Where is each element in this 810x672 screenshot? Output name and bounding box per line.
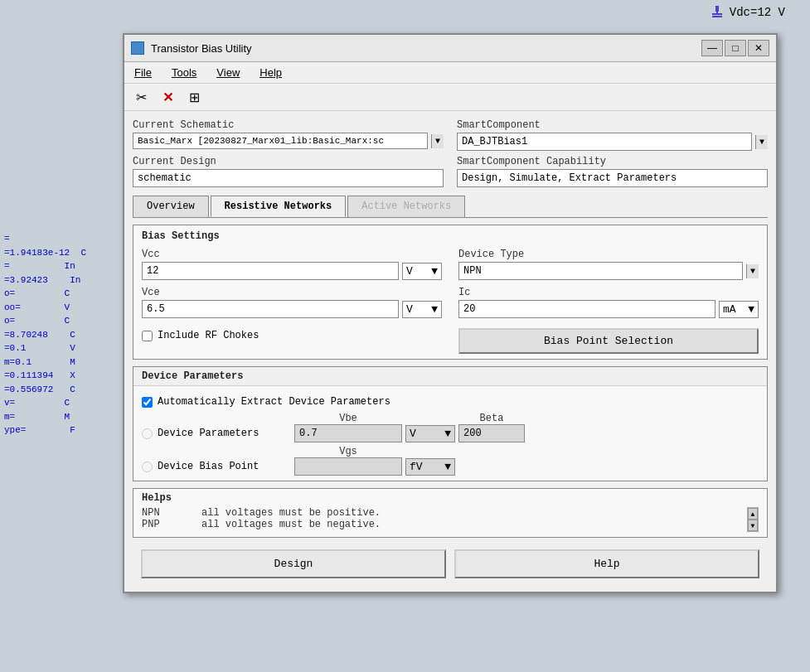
beta-col-label: Beta [458,413,525,424]
device-params-radio-row: Device Parameters V ▼ [142,424,759,442]
ic-unit-text: mA [723,303,736,316]
ic-field: Ic mA ▼ [458,287,759,318]
rf-chokes-checkbox[interactable] [142,331,153,341]
ic-unit-arrow[interactable]: ▼ [748,303,754,316]
tab-overview[interactable]: Overview [133,196,209,217]
vcc-unit-text: V [406,265,413,278]
tab-bar: Overview Resistive Networks Active Netwo… [133,196,768,218]
device-type-input-row: ▼ [458,262,759,280]
current-design-input[interactable] [133,169,444,187]
device-params-radio: Device Parameters [142,428,291,439]
current-schematic-label: Current Schematic [133,119,444,131]
smart-component-input[interactable] [457,133,752,151]
menu-file[interactable]: File [131,65,155,80]
current-design-label: Current Design [133,156,444,167]
scissors-icon: ✂ [136,89,147,105]
scissors-button[interactable]: ✂ [131,87,151,107]
device-bias-point-radio-label[interactable]: Device Bias Point [158,461,259,472]
helps-text: NPN all voltages must be positive. PNP a… [142,507,747,532]
scroll-down-arrow[interactable]: ▼ [748,520,758,531]
device-bias-point-radio: Device Bias Point [142,461,291,472]
maximize-button[interactable]: □ [725,40,746,56]
current-schematic-field: Current Schematic ▼ [133,119,444,151]
device-type-input[interactable] [458,262,743,280]
vbe-unit-arrow[interactable]: ▼ [444,428,451,440]
vbe-unit-select[interactable]: V ▼ [405,425,455,442]
vgs-header: Vgs [142,446,759,457]
vcc-field: Vcc V ▼ [142,249,442,280]
smart-component-field: SmartComponent ▼ [457,119,768,151]
smart-component-capability-field: SmartComponent Capability [457,156,768,187]
help-npn-desc: all voltages must be positive. [201,507,381,519]
close-button[interactable]: ✕ [748,40,769,56]
grid-button[interactable]: ⊞ [184,87,204,107]
bias-point-selection-button[interactable]: Bias Point Selection [458,328,759,354]
device-type-arrow[interactable]: ▼ [746,264,759,278]
svg-rect-0 [715,6,719,12]
vcc-input[interactable] [142,262,399,280]
vce-field: Vce V ▼ [142,287,442,318]
vdc-label: Vdc=12 V [709,4,785,21]
smart-component-arrow[interactable]: ▼ [755,135,768,149]
helps-scrollbar: ▲ ▼ [747,507,759,532]
title-bar: Transistor Bias Utility — □ ✕ [124,35,776,62]
current-schematic-input[interactable] [133,133,428,149]
ic-input[interactable] [458,300,715,318]
capacitor-icon [709,4,725,21]
beta-input[interactable] [458,424,525,442]
device-params-radio-input[interactable] [142,428,153,439]
vbe-input[interactable] [294,424,402,442]
vgs-input[interactable] [294,457,402,476]
rf-chokes-label[interactable]: Include RF Chokes [158,330,259,341]
help-button[interactable]: Help [454,549,759,578]
window-controls: — □ ✕ [701,40,769,56]
bias-settings-section: Bias Settings Vcc V ▼ Device Type [133,225,768,360]
help-npn-type: NPN [142,507,160,519]
current-schematic-input-row: ▼ [133,133,444,149]
device-bias-point-radio-input[interactable] [142,462,153,472]
dialog-title: Transistor Bias Utility [151,42,252,55]
auto-extract-label[interactable]: Automatically Extract Device Parameters [158,396,390,408]
helps-section: Helps NPN all voltages must be positive.… [133,488,768,538]
menu-bar: File Tools View Help [124,62,776,84]
device-parameters-section: Device Parameters Automatically Extract … [133,366,768,481]
tab-resistive-networks[interactable]: Resistive Networks [211,196,347,217]
vce-input-row: V ▼ [142,300,442,318]
svg-rect-3 [712,16,722,17]
auto-extract-checkbox[interactable] [142,397,153,408]
vce-unit-text: V [406,303,413,316]
vcc-unit-arrow[interactable]: ▼ [431,265,438,278]
helps-body: NPN all voltages must be positive. PNP a… [133,505,767,537]
device-params-radio-label[interactable]: Device Parameters [158,428,259,439]
bottom-buttons: Design Help [133,544,768,583]
device-bias-point-row: Device Bias Point fV ▼ [142,457,759,476]
design-button[interactable]: Design [141,549,446,578]
vgs-unit-arrow[interactable]: ▼ [444,461,451,473]
device-type-field: Device Type ▼ [458,249,759,280]
ic-unit-select[interactable]: mA ▼ [719,301,759,318]
smart-component-input-row: ▼ [457,133,768,151]
vce-input[interactable] [142,300,399,318]
vce-unit-select[interactable]: V ▼ [402,301,442,318]
smart-component-capability-input[interactable] [457,169,768,187]
vbe-unit-text: V [410,428,416,440]
current-schematic-arrow[interactable]: ▼ [431,134,444,148]
help-line-pnp: PNP all voltages must be negative. [142,519,747,530]
toolbar: ✂ ✕ ⊞ [124,84,776,111]
helps-title: Helps [133,489,767,505]
help-pnp-type: PNP [142,519,160,530]
scroll-up-arrow[interactable]: ▲ [748,508,758,520]
menu-help[interactable]: Help [256,65,285,80]
vcc-unit-select[interactable]: V ▼ [402,263,442,280]
help-line-npn: NPN all voltages must be positive. [142,507,747,519]
vgs-unit-select[interactable]: fV ▼ [405,458,455,476]
menu-tools[interactable]: Tools [168,65,200,80]
vce-unit-arrow[interactable]: ▼ [431,303,438,316]
auto-extract-checkbox-row: Automatically Extract Device Parameters [142,396,759,408]
smart-component-capability-label: SmartComponent Capability [457,156,768,167]
schematic-values: = =1.94183e-12 C = In =3.92423 In o= C o… [0,232,120,438]
menu-view[interactable]: View [213,65,243,80]
cancel-button[interactable]: ✕ [158,87,177,107]
minimize-button[interactable]: — [701,40,723,56]
ic-label: Ic [458,287,759,298]
